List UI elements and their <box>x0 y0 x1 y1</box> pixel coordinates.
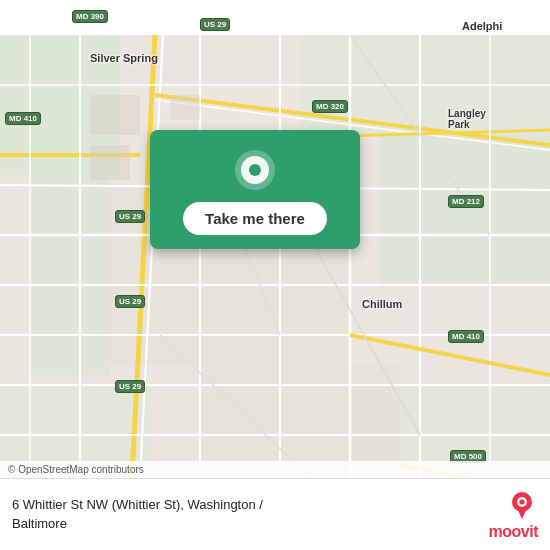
bottom-bar: 6 Whittier St NW (Whittier St), Washingt… <box>0 478 550 550</box>
road-badge-md212: MD 212 <box>448 195 484 208</box>
svg-rect-37 <box>90 145 130 180</box>
map-container: Silver Spring LangleyPark Adelphi Chillu… <box>0 0 550 550</box>
attribution-bar: © OpenStreetMap contributors <box>0 461 550 478</box>
road-badge-us29-top: US 29 <box>200 18 230 31</box>
road-badge-us29-mid: US 29 <box>115 210 145 223</box>
svg-rect-2 <box>30 175 110 375</box>
svg-point-41 <box>249 164 261 176</box>
place-label-adelphi: Adelphi <box>462 20 502 32</box>
road-badge-us29-lower: US 29 <box>115 295 145 308</box>
take-me-there-button[interactable]: Take me there <box>183 202 327 235</box>
road-badge-md320: MD 320 <box>312 100 348 113</box>
svg-point-45 <box>520 499 525 504</box>
svg-marker-43 <box>517 508 527 519</box>
attribution-text: © OpenStreetMap contributors <box>8 464 144 475</box>
address-text: 6 Whittier St NW (Whittier St), Washingt… <box>12 496 479 532</box>
place-label-silver-spring: Silver Spring <box>90 52 158 64</box>
place-label-langley-park: LangleyPark <box>448 108 486 130</box>
svg-rect-36 <box>90 95 140 135</box>
popup-card: Take me there <box>150 130 360 249</box>
location-pin-icon <box>233 148 277 192</box>
moovit-logo: moovit <box>489 489 538 541</box>
moovit-pin-icon <box>506 489 538 521</box>
road-badge-us29-bottom: US 29 <box>115 380 145 393</box>
svg-rect-4 <box>380 135 550 285</box>
road-badge-md410-right: MD 410 <box>448 330 484 343</box>
svg-rect-38 <box>170 95 200 120</box>
road-badge-md410-left: MD 410 <box>5 112 41 125</box>
road-badge-md390: MD 390 <box>72 10 108 23</box>
place-label-chillum: Chillum <box>362 298 402 310</box>
moovit-wordmark: moovit <box>489 523 538 541</box>
